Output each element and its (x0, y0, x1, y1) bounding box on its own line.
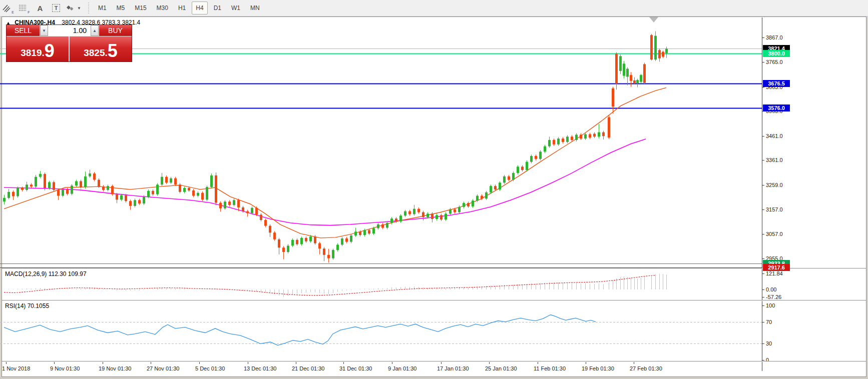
macd-tick-label: 121.84 (766, 270, 796, 276)
price-tick-mark (762, 136, 764, 136)
bid-price-tile[interactable]: 3819.9 (7, 36, 70, 62)
sell-button[interactable]: SELL (7, 25, 40, 36)
time-tick-mark (489, 362, 490, 364)
bid-price-big-digit: 9 (45, 42, 55, 60)
time-tick-label: 27 Nov 01:30 (147, 366, 179, 372)
price-tick-label: 3259.0 (766, 182, 796, 188)
application-window: E F A T ▼ M1M5M15M30H1H4D1W1MN ▲ CHINA30… (0, 0, 868, 379)
price-tick-mark (762, 160, 764, 160)
time-tick-label: 1 Nov 2018 (2, 366, 30, 372)
time-tick-mark (392, 362, 392, 364)
time-tick-mark (199, 362, 200, 364)
price-tick-mark (762, 185, 764, 186)
time-tick-mark (248, 362, 248, 364)
panel-divider-xaxis (2, 361, 866, 362)
volume-decrease-button[interactable]: ▼ (40, 25, 48, 36)
time-tick-label: 19 Nov 01:30 (99, 366, 131, 372)
time-tick-label: 25 Jan 01:30 (485, 366, 517, 372)
rsi-tick-mark (762, 360, 764, 360)
time-tick-label: 21 Dec 01:30 (292, 366, 324, 372)
time-tick-label: 13 Dec 01:30 (244, 366, 276, 372)
price-tick-mark (762, 62, 764, 62)
volume-input[interactable] (48, 25, 91, 36)
price-tick-mark (762, 38, 764, 38)
time-tick-label: 31 Dec 01:30 (339, 366, 372, 372)
volume-increase-button[interactable]: ▲ (91, 25, 99, 36)
time-tick-label: 11 Feb 01:30 (534, 366, 566, 372)
bid-price-main: 3819 (21, 46, 42, 60)
macd-label: MACD(12,26,9) 112.30 109.97 (5, 270, 87, 278)
time-tick-mark (441, 362, 442, 364)
macd-tick-mark (762, 274, 764, 274)
rsi-tick-label: 70 (766, 319, 796, 325)
price-level-box: 2917.6 (763, 264, 790, 271)
price-tick-label: 3867.0 (766, 34, 796, 40)
rsi-tick-label: 0 (766, 357, 796, 363)
rsi-value: 70.1055 (28, 302, 49, 310)
time-tick-label: 5 Dec 01:30 (195, 366, 225, 372)
price-level-box: 3576.0 (763, 104, 790, 112)
one-click-trading-panel: SELL ▼ ▲ BUY 3819.9 3825.5 (6, 24, 132, 62)
price-tick-mark (762, 87, 764, 88)
time-tick-mark (54, 362, 55, 364)
price-tick-label: 3461.0 (766, 133, 796, 139)
price-level-box: 3800.0 (763, 50, 790, 57)
ask-price-tile[interactable]: 3825.5 (70, 36, 132, 62)
time-tick-label: 17 Jan 01:30 (437, 366, 469, 372)
time-tick-mark (151, 362, 151, 364)
macd-values: 112.30 109.97 (49, 270, 87, 278)
time-tick-label: 9 Jan 01:30 (388, 366, 417, 372)
time-tick-mark (586, 362, 586, 364)
time-tick-mark (343, 362, 344, 364)
rsi-tick-mark (762, 344, 764, 344)
panel-divider-macd[interactable] (2, 268, 866, 269)
rsi-tick-label: 100 (766, 302, 796, 308)
price-tick-label: 3157.0 (766, 206, 796, 212)
price-tick-mark (762, 210, 764, 210)
time-tick-mark (6, 362, 7, 364)
price-tick-mark (762, 234, 764, 234)
macd-tick-label: 0.00 (766, 286, 796, 292)
macd-tick-label: -57.26 (766, 294, 796, 300)
macd-tick-mark (762, 297, 764, 298)
buy-button[interactable]: BUY (99, 25, 132, 36)
price-tick-label: 3057.0 (766, 231, 796, 237)
time-tick-mark (296, 362, 296, 364)
rsi-label: RSI(14) 70.1055 (5, 302, 49, 310)
time-tick-label: 9 Nov 01:30 (50, 366, 80, 372)
price-axis-line (762, 18, 762, 371)
panel-divider-rsi[interactable] (2, 300, 866, 301)
time-tick-mark (634, 362, 634, 364)
price-tick-label: 3765.0 (766, 59, 796, 65)
rsi-tick-mark (762, 322, 764, 322)
rsi-tick-mark (762, 306, 764, 306)
time-tick-label: 27 Feb 01:30 (630, 366, 662, 372)
time-tick-mark (103, 362, 103, 364)
price-tick-mark (762, 258, 764, 259)
time-tick-label: 19 Feb 01:30 (582, 366, 614, 372)
scroll-to-end-marker[interactable] (649, 17, 658, 22)
price-level-box: 3676.5 (763, 80, 790, 87)
ask-price-big-digit: 5 (108, 42, 118, 60)
rsi-tick-label: 30 (766, 340, 796, 346)
macd-tick-mark (762, 290, 764, 290)
price-tick-label: 3361.0 (766, 157, 796, 163)
ask-price-main: 3825 (84, 46, 105, 60)
time-tick-mark (538, 362, 538, 364)
